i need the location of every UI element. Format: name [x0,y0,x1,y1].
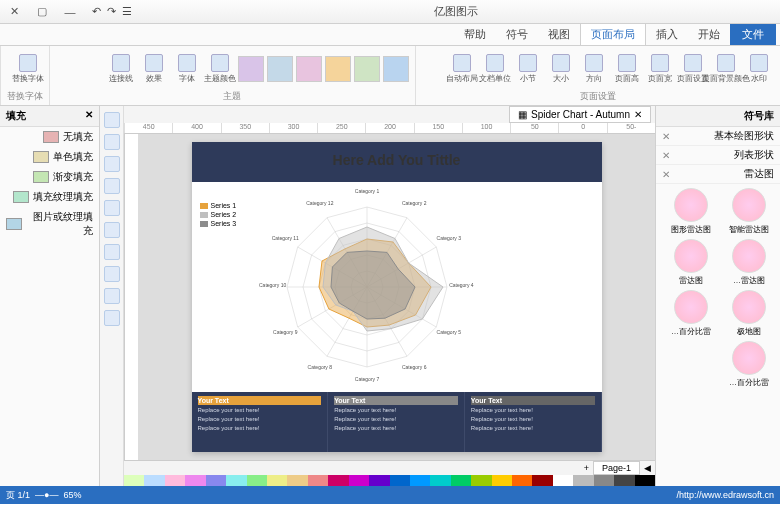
close-button[interactable]: ✕ [0,0,28,24]
ribbon-btn[interactable]: 效果 [139,50,169,88]
color-swatch[interactable] [410,475,430,486]
fill-option[interactable]: 填充纹理填充 [0,187,99,207]
color-swatch[interactable] [226,475,246,486]
theme-swatch[interactable] [354,56,380,82]
fill-option[interactable]: 渐变填充 [0,167,99,187]
fill-option[interactable]: 图片或纹理填充 [0,207,99,241]
tool-button[interactable] [104,244,120,260]
redo-button[interactable]: ↷ [107,5,116,18]
color-swatch[interactable] [553,475,573,486]
fill-option[interactable]: 无填充 [0,127,99,147]
tool-button[interactable] [104,200,120,216]
fill-option[interactable]: 单色填充 [0,147,99,167]
tool-button[interactable] [104,310,120,326]
tool-button[interactable] [104,112,120,128]
color-swatch[interactable] [267,475,287,486]
minimize-button[interactable]: — [56,0,84,24]
theme-swatch[interactable] [383,56,409,82]
color-swatch[interactable] [492,475,512,486]
shape-item[interactable]: 极地图 [722,290,776,337]
ribbon-btn[interactable]: 文档单位 [480,50,510,88]
shape-item[interactable]: 智能雷达图 [722,188,776,235]
tool-button[interactable] [104,266,120,282]
doc-tab-close-icon[interactable]: ✕ [634,109,642,120]
page-tab[interactable]: Page-1 [593,461,640,475]
tab-page-layout[interactable]: 页面布局 [580,23,646,45]
ribbon-btn[interactable]: 替换字体 [13,50,43,88]
maximize-button[interactable]: ▢ [28,0,56,24]
ribbon-btn[interactable]: 连接线 [106,50,136,88]
tool-button[interactable] [104,156,120,172]
tab-view[interactable]: 视图 [538,24,580,45]
tab-help[interactable]: 帮助 [454,24,496,45]
footer-box[interactable]: Your TextReplace your text here!Replace … [465,392,602,452]
theme-swatch[interactable] [296,56,322,82]
close-icon[interactable]: ✕ [662,169,670,180]
theme-swatch[interactable] [267,56,293,82]
panel-close-icon[interactable]: ✕ [85,109,93,123]
radar-chart[interactable]: Category 1Category 2Category 3Category 4… [252,187,482,387]
ribbon-btn[interactable]: 小节 [513,50,543,88]
color-swatch[interactable] [573,475,593,486]
ribbon-btn[interactable]: 大小 [546,50,576,88]
color-palette-bar[interactable] [124,475,655,486]
library-category[interactable]: 基本绘图形状✕ [656,127,780,146]
ribbon-btn[interactable]: 页面背景颜色 [711,50,741,88]
ribbon-btn[interactable]: 页面设置 [678,50,708,88]
color-swatch[interactable] [390,475,410,486]
color-swatch[interactable] [308,475,328,486]
color-swatch[interactable] [287,475,307,486]
drawing-page[interactable]: Here Add You Tittle Series 1Series 2Seri… [192,142,602,452]
ribbon-btn[interactable]: 自动布局 [447,50,477,88]
close-icon[interactable]: ✕ [662,131,670,142]
theme-swatch[interactable] [238,56,264,82]
tool-button[interactable] [104,178,120,194]
ribbon-btn[interactable]: 页面高 [612,50,642,88]
color-swatch[interactable] [206,475,226,486]
library-category[interactable]: 列表形状✕ [656,146,780,165]
ribbon-btn[interactable]: 字体 [172,50,202,88]
page-add-icon[interactable]: + [584,463,589,473]
tab-insert[interactable]: 插入 [646,24,688,45]
tool-button[interactable] [104,134,120,150]
document-tab[interactable]: ✕ Spider Chart - Autumn ▦ [509,106,651,123]
color-swatch[interactable] [247,475,267,486]
color-swatch[interactable] [594,475,614,486]
ribbon-btn[interactable]: 方向 [579,50,609,88]
shape-item[interactable]: 百分比雷… [664,290,718,337]
color-swatch[interactable] [635,475,655,486]
page-nav-prev[interactable]: ◀ [644,463,651,473]
shape-item[interactable]: 雷达图… [722,239,776,286]
library-category[interactable]: 雷达图✕ [656,165,780,184]
tool-button[interactable] [104,288,120,304]
qat-menu[interactable]: ☰ [122,5,132,18]
tab-symbols[interactable]: 符号 [496,24,538,45]
color-swatch[interactable] [451,475,471,486]
shape-item[interactable]: 百分比雷… [722,341,776,388]
tab-home[interactable]: 开始 [688,24,730,45]
shape-item[interactable]: 图形雷达图 [664,188,718,235]
color-swatch[interactable] [165,475,185,486]
color-swatch[interactable] [124,475,144,486]
color-swatch[interactable] [430,475,450,486]
shape-item[interactable]: 雷达图 [664,239,718,286]
color-swatch[interactable] [328,475,348,486]
ribbon-btn[interactable]: 主题颜色 [205,50,235,88]
color-swatch[interactable] [614,475,634,486]
chart-title[interactable]: Here Add You Tittle [192,152,602,168]
color-swatch[interactable] [185,475,205,486]
color-swatch[interactable] [349,475,369,486]
color-swatch[interactable] [369,475,389,486]
undo-button[interactable]: ↶ [92,5,101,18]
zoom-level[interactable]: 65% [63,490,81,500]
color-swatch[interactable] [471,475,491,486]
tab-file[interactable]: 文件 [730,24,776,45]
close-icon[interactable]: ✕ [662,150,670,161]
color-swatch[interactable] [144,475,164,486]
ribbon-btn[interactable]: 页面宽 [645,50,675,88]
color-swatch[interactable] [532,475,552,486]
footer-box[interactable]: Your TextReplace your text here!Replace … [328,392,465,452]
footer-box[interactable]: Your TextReplace your text here!Replace … [192,392,329,452]
tool-button[interactable] [104,222,120,238]
theme-swatch[interactable] [325,56,351,82]
